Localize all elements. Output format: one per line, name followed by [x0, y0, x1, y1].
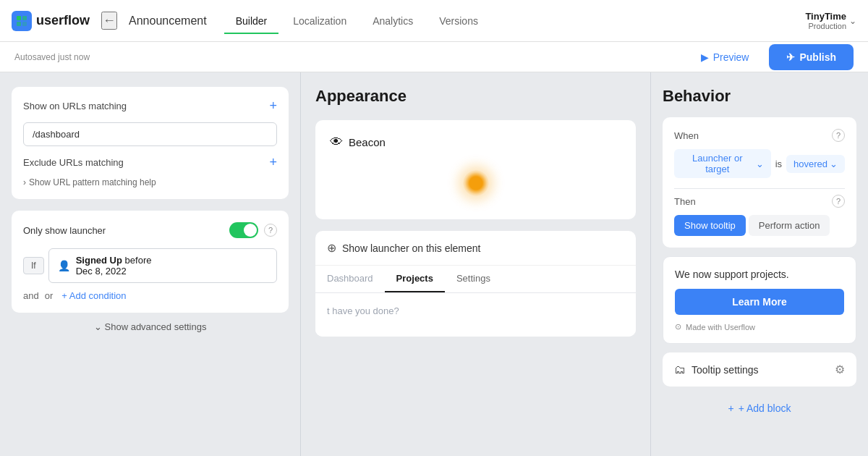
add-block-label: + Add block — [739, 402, 791, 414]
learn-more-button[interactable]: Learn More — [675, 289, 844, 315]
beacon-card: 👁 Beacon — [315, 120, 636, 219]
toggle-label: Only show launcher — [23, 225, 106, 236]
tab-settings[interactable]: Settings — [445, 266, 502, 292]
svg-rect-1 — [22, 16, 27, 20]
when-card: When ? Launcher or target ⌄ is hovered ⌄… — [663, 117, 856, 248]
and-text: and — [23, 290, 39, 301]
tab-dashboard[interactable]: Dashboard — [315, 266, 385, 292]
chevron-down-icon: ⌄ — [94, 321, 102, 332]
launcher-condition-card: Only show launcher ? If 👤 Signed Up befo… — [12, 211, 289, 313]
exclude-section: Exclude URLs matching + — [23, 155, 277, 170]
if-badge: If — [23, 257, 44, 274]
trigger-label: Launcher or target — [681, 153, 754, 174]
svg-rect-0 — [17, 16, 21, 20]
hovered-select[interactable]: hovered ⌄ — [786, 155, 845, 173]
settings-left: 🗂 Tooltip settings — [674, 363, 759, 376]
condition-box[interactable]: 👤 Signed Up before Dec 8, 2022 — [48, 248, 277, 283]
show-urls-label: Show on URLs matching — [23, 101, 127, 111]
toggle-thumb — [244, 224, 257, 237]
tab-builder[interactable]: Builder — [224, 9, 279, 34]
play-icon: ▶ — [701, 51, 709, 63]
tooltip-text: We now support projects. — [675, 269, 844, 280]
trigger-select[interactable]: Launcher or target ⌄ — [674, 149, 771, 178]
tab-content: t have you done? — [315, 293, 636, 337]
help-link[interactable]: › Show URL pattern matching help — [23, 177, 277, 187]
show-urls-card: Show on URLs matching + Exclude URLs mat… — [12, 87, 289, 199]
beacon-header: 👁 Beacon — [330, 135, 621, 150]
exclude-label: Exclude URLs matching — [23, 157, 124, 168]
then-label: Then — [674, 196, 696, 207]
tab-analytics[interactable]: Analytics — [361, 9, 425, 34]
when-help-icon[interactable]: ? — [832, 129, 845, 142]
user-menu[interactable]: TinyTime Production ⌄ — [805, 11, 856, 30]
right-panel: Behavior When ? Launcher or target ⌄ is … — [651, 72, 868, 456]
advanced-settings-toggle[interactable]: ⌄ Show advanced settings — [12, 313, 289, 341]
add-condition-row: and or + Add condition — [23, 290, 277, 301]
made-with-label: ⊙ Made with Userflow — [675, 322, 844, 332]
condition-text: Signed Up before Dec 8, 2022 — [76, 255, 152, 276]
page-title: Announcement — [129, 14, 207, 28]
target-icon: ⊕ — [327, 241, 336, 255]
divider — [674, 188, 845, 189]
svg-rect-2 — [17, 22, 21, 26]
publish-button[interactable]: ✈ Publish — [769, 44, 854, 70]
tab-localization[interactable]: Localization — [281, 9, 358, 34]
middle-panel: Appearance 👁 Beacon ⊕ Show launcher on t… — [300, 72, 651, 456]
logo: userflow — [12, 11, 90, 31]
tooltip-settings-card: 🗂 Tooltip settings ⚙ — [663, 352, 856, 387]
beacon-dot — [463, 170, 489, 196]
when-label: When — [674, 130, 699, 141]
send-icon: ✈ — [786, 51, 795, 63]
then-row: Then ? — [674, 195, 845, 208]
header: userflow ← Announcement Builder Localiza… — [0, 0, 868, 42]
made-with-text: Made with Userflow — [686, 323, 755, 332]
person-icon: 👤 — [58, 260, 70, 271]
toggle-switch[interactable] — [229, 222, 258, 238]
appearance-title: Appearance — [315, 87, 636, 106]
tooltip-settings-label: Tooltip settings — [692, 364, 759, 376]
left-panel: Show on URLs matching + Exclude URLs mat… — [0, 72, 300, 456]
add-exclude-button[interactable]: + — [269, 155, 277, 170]
user-sub: Production — [805, 22, 846, 30]
main-content: Show on URLs matching + Exclude URLs mat… — [0, 72, 868, 456]
tab-versions[interactable]: Versions — [427, 9, 490, 34]
plus-icon: + — [728, 402, 734, 414]
add-url-button[interactable]: + — [269, 98, 277, 114]
help-icon[interactable]: ? — [264, 224, 277, 237]
chevron-down-icon: ⌄ — [849, 16, 856, 26]
perform-action-button[interactable]: Perform action — [749, 215, 830, 236]
tabs-bar: Dashboard Projects Settings — [315, 266, 636, 293]
or-text: or — [45, 290, 54, 301]
behavior-title: Behavior — [663, 87, 856, 106]
logo-text: userflow — [36, 13, 90, 28]
url-input[interactable] — [23, 122, 277, 146]
add-block-button[interactable]: + + Add block — [663, 395, 856, 421]
chevron-down-icon: ⌄ — [756, 159, 764, 169]
eye-icon: 👁 — [330, 135, 343, 150]
back-button[interactable]: ← — [101, 12, 117, 30]
condition-row: If 👤 Signed Up before Dec 8, 2022 — [23, 248, 277, 283]
preview-button[interactable]: ▶ Preview — [689, 46, 761, 69]
user-name: TinyTime — [805, 11, 846, 22]
then-help-icon[interactable]: ? — [832, 195, 845, 208]
show-tooltip-button[interactable]: Show tooltip — [674, 215, 746, 236]
tooltip-preview-card: We now support projects. Learn More ⊙ Ma… — [663, 256, 856, 344]
launcher-title: Show launcher on this element — [342, 242, 480, 254]
add-condition-button[interactable]: + Add condition — [59, 290, 126, 301]
tooltip-settings-icon: 🗂 — [674, 363, 686, 376]
hovered-label: hovered — [793, 159, 827, 169]
beacon-title: Beacon — [349, 136, 386, 148]
chevron-right-icon: › — [23, 177, 26, 187]
tab-placeholder: t have you done? — [327, 305, 399, 316]
svg-rect-3 — [22, 22, 27, 26]
gear-icon[interactable]: ⚙ — [835, 363, 845, 376]
publish-label: Publish — [799, 51, 836, 63]
toggle-row: Only show launcher ? — [23, 222, 277, 238]
tab-projects[interactable]: Projects — [385, 266, 445, 292]
launcher-header: ⊕ Show launcher on this element — [315, 231, 636, 266]
action-buttons: Show tooltip Perform action — [674, 215, 845, 236]
when-selects: Launcher or target ⌄ is hovered ⌄ — [674, 149, 845, 178]
subheader: Autosaved just now ▶ Preview ✈ Publish — [0, 42, 868, 72]
chevron-down-icon: ⌄ — [830, 159, 838, 169]
show-urls-header: Show on URLs matching + — [23, 98, 277, 114]
